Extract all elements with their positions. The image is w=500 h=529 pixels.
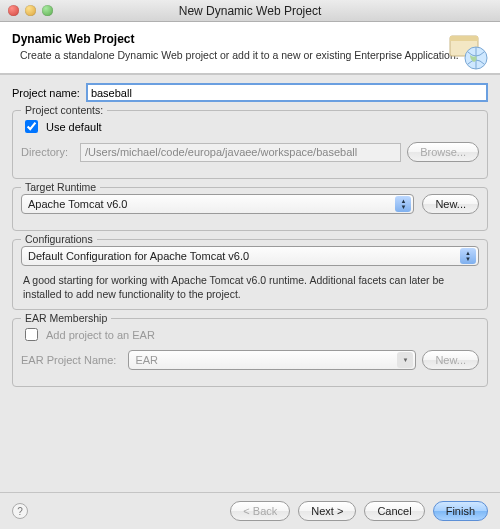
cancel-button[interactable]: Cancel: [364, 501, 424, 521]
use-default-label: Use default: [46, 121, 102, 133]
browse-button: Browse...: [407, 142, 479, 162]
globe-folder-icon: [446, 30, 488, 72]
ear-project-select: EAR ▼: [128, 350, 416, 370]
banner-heading: Dynamic Web Project: [12, 32, 488, 46]
ear-membership-group: EAR Membership Add project to an EAR EAR…: [12, 318, 488, 387]
runtime-value: Apache Tomcat v6.0: [28, 198, 127, 210]
titlebar: New Dynamic Web Project: [0, 0, 500, 22]
ear-project-label: EAR Project Name:: [21, 354, 116, 366]
dropdown-icon: ▼: [397, 352, 413, 368]
dropdown-icon: ▲▼: [395, 196, 411, 212]
add-ear-check[interactable]: Add project to an EAR: [21, 325, 479, 344]
project-name-row: Project name:: [12, 83, 488, 102]
runtime-legend: Target Runtime: [21, 181, 100, 193]
wizard-banner: Dynamic Web Project Create a standalone …: [0, 22, 500, 75]
add-ear-checkbox[interactable]: [25, 328, 38, 341]
runtime-new-button[interactable]: New...: [422, 194, 479, 214]
use-default-check[interactable]: Use default: [21, 117, 479, 136]
config-select[interactable]: Default Configuration for Apache Tomcat …: [21, 246, 479, 266]
next-button[interactable]: Next >: [298, 501, 356, 521]
back-button: < Back: [230, 501, 290, 521]
help-icon[interactable]: ?: [12, 503, 28, 519]
configurations-group: Configurations Default Configuration for…: [12, 239, 488, 310]
banner-subtext: Create a standalone Dynamic Web project …: [12, 49, 488, 61]
window-title: New Dynamic Web Project: [0, 4, 500, 18]
finish-button[interactable]: Finish: [433, 501, 488, 521]
ear-legend: EAR Membership: [21, 312, 111, 324]
svg-rect-1: [450, 36, 478, 41]
config-value: Default Configuration for Apache Tomcat …: [28, 250, 249, 262]
project-name-input[interactable]: [86, 83, 488, 102]
wizard-footer: ? < Back Next > Cancel Finish: [0, 492, 500, 529]
use-default-checkbox[interactable]: [25, 120, 38, 133]
dropdown-icon: ▲▼: [460, 248, 476, 264]
project-contents-group: Project contents: Use default Directory:…: [12, 110, 488, 179]
runtime-select[interactable]: Apache Tomcat v6.0 ▲▼: [21, 194, 414, 214]
directory-label: Directory:: [21, 146, 68, 158]
ear-project-value: EAR: [135, 354, 158, 366]
config-description: A good starting for working with Apache …: [23, 274, 477, 301]
project-name-label: Project name:: [12, 87, 80, 99]
ear-new-button: New...: [422, 350, 479, 370]
contents-legend: Project contents:: [21, 104, 107, 116]
add-ear-label: Add project to an EAR: [46, 329, 155, 341]
config-legend: Configurations: [21, 233, 97, 245]
directory-input: [80, 143, 401, 162]
target-runtime-group: Target Runtime Apache Tomcat v6.0 ▲▼ New…: [12, 187, 488, 231]
